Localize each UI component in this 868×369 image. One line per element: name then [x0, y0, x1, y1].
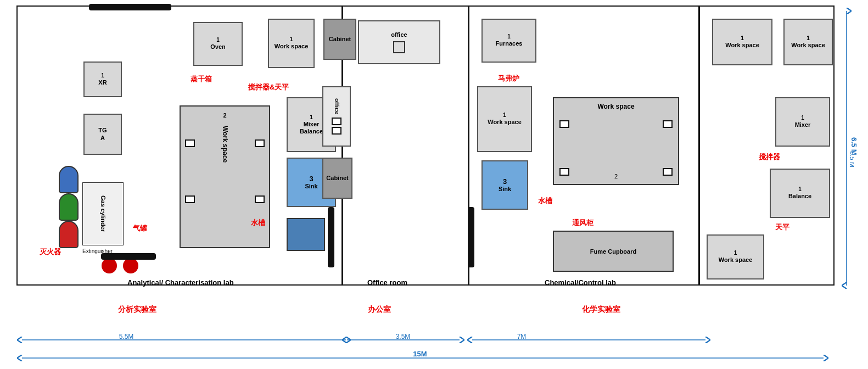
monitor — [255, 139, 265, 147]
gas-cylinder-red — [59, 221, 79, 248]
dim-55m-container: 5.5M — [16, 334, 357, 348]
gas-cylinder-green — [59, 193, 79, 221]
gas-cylinder-blue — [59, 166, 79, 193]
top-bar — [89, 4, 171, 10]
cabinet-bottom: Cabinet — [322, 158, 352, 199]
sink-label-analytical: 水槽 — [251, 218, 265, 228]
svg-text:3.5M: 3.5M — [396, 334, 411, 340]
door-bar-left — [328, 207, 334, 267]
chem-label-red: 化学实验室 — [582, 305, 620, 315]
floor-plan: 1 XR TG A 1 Oven 1 Work space Cabinet 2 … — [16, 5, 835, 286]
monitor — [255, 195, 265, 203]
monitor — [663, 168, 673, 176]
sink-label-chemical: 水槽 — [538, 196, 552, 206]
work-table-chemical: Work space 2 — [553, 97, 679, 185]
monitor-office — [393, 41, 405, 53]
dim-55m-arrow: 5.5M — [16, 334, 357, 346]
monitor-small — [332, 118, 341, 125]
analytical-label-red: 分析实验室 — [118, 305, 156, 315]
extinguisher-2 — [123, 258, 138, 273]
gas-label: 气罐 — [133, 223, 147, 233]
sink-drain — [287, 218, 325, 251]
sink-chemical: 3 Sink — [481, 160, 528, 210]
stirrer-label-right: 搅拌器 — [759, 152, 780, 162]
steam-label: 蒸干箱 — [191, 74, 212, 84]
dim-15m-container: 15M — [16, 351, 840, 367]
dim-7m-container: 7M — [467, 334, 714, 348]
svg-text:5.5M: 5.5M — [119, 334, 134, 340]
door-bar-right — [468, 207, 474, 267]
chemical-lab-label: Chemical/Control lab — [545, 278, 616, 287]
monitor — [185, 195, 195, 203]
dim-15m-arrow: 15M — [16, 351, 840, 365]
dim-7m-arrow: 7M — [467, 334, 714, 346]
gas-cylinder-box: Gas cylinder — [82, 182, 124, 245]
workspace-1-analytical: 1 Work space — [268, 19, 315, 68]
fume-cupboard: Fume Cupboard — [553, 231, 674, 272]
divider-3 — [698, 7, 700, 284]
dim-35m-container: 3.5M — [341, 334, 468, 348]
xr-equipment: 1 XR — [83, 62, 122, 97]
mafle-label: 马弗炉 — [498, 74, 519, 83]
dim-65m-label: 6.5 M — [850, 137, 858, 155]
monitor — [185, 139, 195, 147]
office-small: office — [322, 86, 351, 147]
mixer-right: 1 Mixer — [775, 97, 830, 147]
svg-text:15M: 15M — [413, 351, 427, 358]
stirrer-balance-label: 搅拌器&天平 — [248, 82, 289, 92]
workspace-right-2: 1 Work space — [783, 19, 833, 65]
extinguisher-text: Extinguisher — [82, 248, 113, 254]
monitor — [559, 168, 569, 176]
balance-right: 1 Balance — [770, 169, 830, 218]
fire-extinguisher-label: 灭火器 — [40, 247, 61, 257]
office-main: office — [358, 20, 440, 64]
furnaces: 1 Furnaces — [481, 19, 536, 63]
workspace-chemical-center: 1 Work space — [477, 86, 532, 152]
extinguisher-1 — [102, 258, 117, 273]
monitor-small — [332, 127, 341, 135]
dim-35m-arrow: 3.5M — [341, 334, 468, 346]
analytical-lab-label: Analytical/ Characterisation lab — [127, 278, 234, 287]
office-label-red: 办公室 — [368, 305, 391, 315]
workspace-right-1: 1 Work space — [712, 19, 772, 65]
balance-label-red: 天平 — [775, 222, 789, 232]
monitor — [663, 120, 673, 128]
oven: 1 Oven — [193, 22, 243, 66]
tg-equipment: TG A — [83, 114, 122, 155]
cabinet-top: Cabinet — [323, 19, 356, 60]
svg-text:7M: 7M — [517, 334, 527, 340]
office-room-label: Office room — [367, 278, 407, 287]
monitor — [559, 120, 569, 128]
fume-label: 通风柜 — [572, 218, 593, 228]
workspace-right-bottom: 1 Work space — [707, 234, 764, 279]
